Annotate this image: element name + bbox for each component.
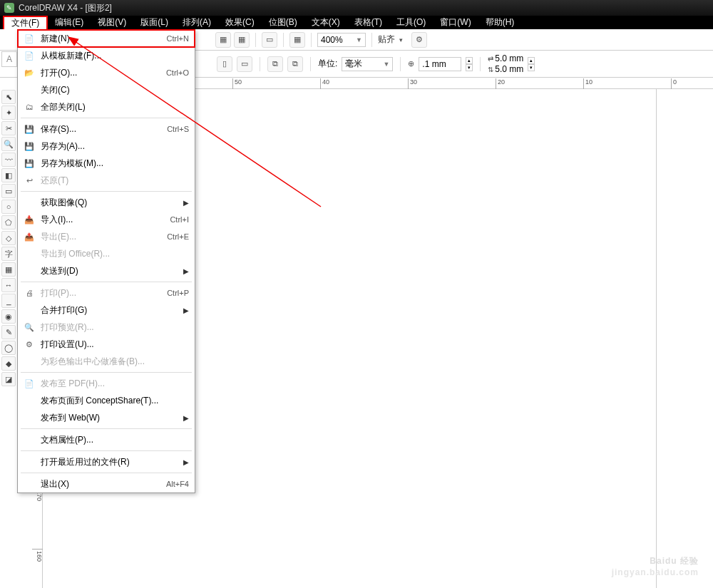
smart-fill-tool[interactable]: ◧ <box>1 168 16 182</box>
menu-item-icon <box>22 456 36 468</box>
menu-item-shortcut: Alt+F4 <box>166 480 189 488</box>
crop-tool[interactable]: ✂ <box>1 121 16 135</box>
fill-tool[interactable]: ◆ <box>1 356 16 371</box>
spinner-down-icon[interactable]: ▾ <box>528 64 535 71</box>
blend-tool[interactable]: ◉ <box>1 309 16 324</box>
menu-item-icon: 🔍 <box>22 321 36 333</box>
zoom-combo[interactable]: 400%▼ <box>317 33 366 47</box>
shape-tool[interactable]: ✦ <box>1 105 16 120</box>
menu-item-label: 打印预览(R)... <box>41 321 189 334</box>
menu-tools[interactable]: 工具(O) <box>389 16 433 29</box>
watermark: Baidu 经验 jingyan.baidu.com <box>612 555 699 577</box>
separator <box>310 57 311 71</box>
menu-window[interactable]: 窗口(W) <box>433 16 478 29</box>
unit-combo[interactable]: 毫米▼ <box>342 57 393 71</box>
dimension-tool[interactable]: ↔ <box>1 278 16 292</box>
dup-y-icon: ⇅ <box>488 66 493 73</box>
menu-item-icon: 📄 <box>22 33 36 44</box>
menu-table[interactable]: 表格(T) <box>347 16 389 29</box>
separator <box>283 33 284 47</box>
dropdown-arrow-icon: ▼ <box>356 36 362 43</box>
dropdown-arrow-icon: ▼ <box>383 61 389 68</box>
toolbar-btn[interactable]: ▦ <box>289 32 305 48</box>
menu-item[interactable]: 📄新建(N)Ctrl+N <box>18 30 195 47</box>
spinner-up-icon[interactable]: ▴ <box>466 57 473 64</box>
toolbar-btn[interactable]: ⚙ <box>411 32 427 48</box>
menu-item[interactable]: 关闭(C) <box>18 81 195 98</box>
toolbar-btn[interactable]: ▦ <box>215 32 231 48</box>
menu-view[interactable]: 视图(V) <box>91 16 133 29</box>
menu-item-icon: 📤 <box>22 231 36 242</box>
dropdown-arrow-icon: ▾ <box>399 36 403 43</box>
menu-item[interactable]: 退出(X)Alt+F4 <box>18 475 195 492</box>
menu-item-label: 打开最近用过的文件(R) <box>41 456 179 468</box>
menu-item-icon <box>22 265 36 277</box>
spinner-up-icon[interactable]: ▴ <box>528 57 535 64</box>
menu-item-label: 打印设置(U)... <box>41 339 189 351</box>
menu-item[interactable]: 获取图像(Q)▶ <box>18 194 195 211</box>
menu-help[interactable]: 帮助(H) <box>478 16 522 29</box>
menu-item[interactable]: 文档属性(P)... <box>18 431 195 448</box>
snap-label: 贴齐 <box>378 33 395 46</box>
ruler-tick: 160 <box>32 549 43 562</box>
orientation-landscape-button[interactable]: ▭ <box>237 56 252 72</box>
menu-arrange[interactable]: 排列(A) <box>175 16 218 29</box>
menu-text[interactable]: 文本(X) <box>304 16 347 29</box>
menu-edit[interactable]: 编辑(E) <box>48 16 91 29</box>
menu-item[interactable]: 📄从模板新建(F)... <box>18 47 195 64</box>
freehand-tool[interactable]: 〰 <box>1 153 16 167</box>
menu-file[interactable]: 文件(F) <box>3 16 48 29</box>
outline-tool[interactable]: ◯ <box>1 341 16 355</box>
menu-item-label: 另存为模板(M)... <box>41 158 189 170</box>
interactive-fill-tool[interactable]: ◪ <box>1 372 16 386</box>
spinner-down-icon[interactable]: ▾ <box>466 64 473 71</box>
menu-item-shortcut: Ctrl+I <box>170 215 189 224</box>
menu-item[interactable]: 🗂全部关闭(L) <box>18 98 195 115</box>
menu-item-shortcut: Ctrl+E <box>167 232 189 241</box>
basic-shapes-tool[interactable]: ◇ <box>1 231 16 245</box>
rectangle-tool[interactable]: ▭ <box>1 184 16 198</box>
menu-item[interactable]: 发布页面到 ConceptShare(T)... <box>18 392 195 409</box>
connector-tool[interactable]: ⎯ <box>1 294 16 308</box>
menu-item-label: 为彩色输出中心做准备(B)... <box>41 356 189 368</box>
menu-item-icon <box>22 395 36 406</box>
menu-item[interactable]: 💾另存为模板(M)... <box>18 155 195 172</box>
table-tool[interactable]: ▦ <box>1 262 16 277</box>
menu-item[interactable]: 发送到(D)▶ <box>18 262 195 279</box>
ruler-tick: 30 <box>408 78 417 89</box>
menu-separator <box>21 191 192 192</box>
pages-button[interactable]: ⧉ <box>267 56 283 72</box>
zoom-tool[interactable]: 🔍 <box>1 137 16 151</box>
pick-tool[interactable]: ⬉ <box>1 90 16 104</box>
toolbar-btn[interactable]: ▦ <box>234 32 250 48</box>
menu-item[interactable]: 合并打印(G)▶ <box>18 301 195 319</box>
orientation-portrait-button[interactable]: ▯ <box>217 56 232 72</box>
menu-item[interactable]: 📥导入(I)...Ctrl+I <box>18 211 195 228</box>
menu-bitmap[interactable]: 位图(B) <box>262 16 304 29</box>
menu-item[interactable]: 打开最近用过的文件(R)▶ <box>18 453 195 470</box>
unit-value: 毫米 <box>345 58 362 70</box>
ellipse-tool[interactable]: ○ <box>1 200 16 214</box>
menu-separator <box>21 450 192 451</box>
menu-layout[interactable]: 版面(L) <box>133 16 175 29</box>
menu-item: 📤导出(E)...Ctrl+E <box>18 228 195 245</box>
eyedropper-tool[interactable]: ✎ <box>1 325 16 339</box>
toolbar-btn[interactable]: ▭ <box>262 32 277 48</box>
menu-item[interactable]: 📂打开(O)...Ctrl+O <box>18 64 195 81</box>
toolbox: ⬉ ✦ ✂ 🔍 〰 ◧ ▭ ○ ⬠ ◇ 字 ▦ ↔ ⎯ ◉ ✎ ◯ ◆ ◪ <box>1 90 17 386</box>
menu-item-label: 导出(E)... <box>41 231 167 243</box>
menu-separator <box>21 428 192 429</box>
separator <box>371 33 372 47</box>
polygon-tool[interactable]: ⬠ <box>1 215 16 229</box>
ruler-tick: 20 <box>496 78 505 89</box>
menu-item[interactable]: 💾另存为(A)... <box>18 138 195 155</box>
menu-item[interactable]: 发布到 Web(W)▶ <box>18 409 195 426</box>
pages-button[interactable]: ⧉ <box>287 56 303 72</box>
text-tool[interactable]: 字 <box>1 247 16 261</box>
menu-effects[interactable]: 效果(C) <box>218 16 262 29</box>
menu-item[interactable]: 💾保存(S)...Ctrl+S <box>18 120 195 138</box>
menu-item-label: 打印(P)... <box>41 287 167 299</box>
submenu-arrow-icon: ▶ <box>183 199 189 207</box>
nudge-field[interactable]: .1 mm <box>419 57 461 71</box>
menu-item[interactable]: ⚙打印设置(U)... <box>18 336 195 353</box>
